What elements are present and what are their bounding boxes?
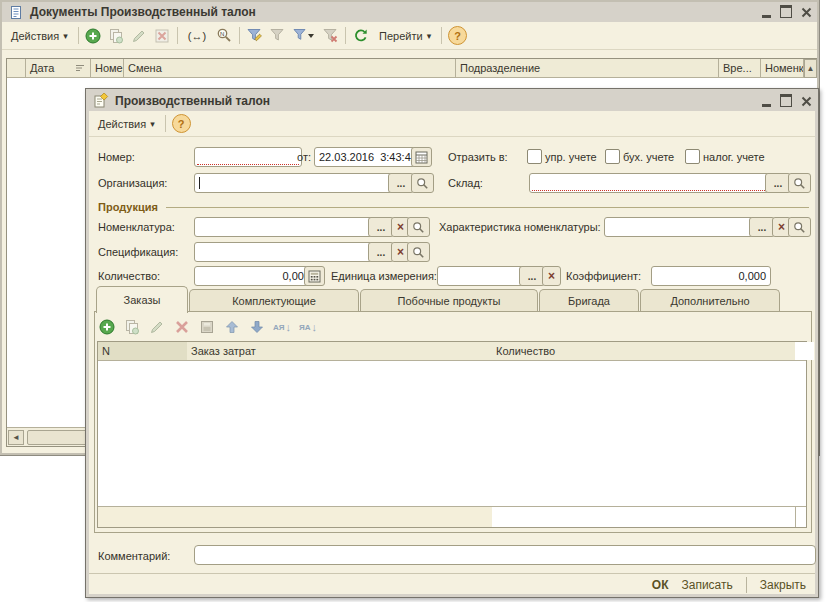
column-header-number[interactable]: Номер <box>91 59 124 78</box>
delete-row-icon[interactable] <box>173 319 190 336</box>
date-prefix-label: от: <box>297 151 311 163</box>
scroll-left-icon[interactable]: ◄ <box>8 430 24 445</box>
grid-footer-cell-order <box>187 507 493 527</box>
svg-text:N: N <box>220 31 224 37</box>
move-end-icon[interactable] <box>198 319 215 336</box>
checkbox-management-accounting[interactable] <box>527 149 542 164</box>
tab-byproducts[interactable]: Побочные продукты <box>360 289 538 312</box>
filter-clear-icon[interactable] <box>322 27 339 44</box>
toolbar-separator <box>78 27 79 44</box>
sort-indicator-icon <box>74 62 86 74</box>
tab-components[interactable]: Комплектующие <box>189 289 359 312</box>
copy-row-icon[interactable] <box>123 319 140 336</box>
sort-ascending-icon[interactable]: АЯ↓ <box>273 322 291 332</box>
date-field[interactable]: 22.03.2016 3:43:42 <box>314 147 422 167</box>
add-icon[interactable] <box>85 27 102 44</box>
grid-footer-cell-n <box>98 507 188 527</box>
column-header-shift[interactable]: Смена <box>124 59 456 78</box>
specification-search-icon[interactable] <box>407 242 430 262</box>
column-header-time[interactable]: Вре... <box>719 59 761 78</box>
grid-column-header-order[interactable]: Заказ затрат <box>187 342 501 360</box>
orders-grid-body[interactable] <box>98 361 806 506</box>
edit-icon[interactable] <box>131 27 148 44</box>
row-marker-header-cell <box>7 59 26 78</box>
write-button[interactable]: Записать <box>682 578 733 592</box>
tab-additional[interactable]: Дополнительно <box>640 289 780 312</box>
nomenclature-label: Номенклатура: <box>98 221 175 233</box>
refresh-icon[interactable] <box>352 27 369 44</box>
comment-field[interactable] <box>194 545 816 565</box>
unit-clear-icon[interactable]: × <box>542 266 561 286</box>
grid-column-header-quantity[interactable]: Количество <box>492 342 804 360</box>
tab-orders[interactable]: Заказы <box>96 286 188 313</box>
dialog-title-bar: Производственный талон <box>87 90 817 111</box>
warehouse-field[interactable] <box>529 173 776 193</box>
maximize-icon[interactable] <box>780 6 792 18</box>
main-toolbar: Действия▾ (↔) N <box>2 22 817 50</box>
set-interval-icon[interactable]: (↔) <box>184 28 210 44</box>
nomenclature-field[interactable] <box>194 217 379 237</box>
column-header-nomenclature[interactable]: Номенк <box>761 59 804 78</box>
organization-field[interactable] <box>194 173 399 193</box>
close-icon[interactable] <box>800 95 812 107</box>
unit-field[interactable] <box>437 266 530 286</box>
copy-icon[interactable] <box>108 27 125 44</box>
actions-menu-button[interactable]: Действия▾ <box>7 28 72 44</box>
add-row-icon[interactable] <box>98 319 115 336</box>
footer-separator <box>89 573 815 574</box>
document-list-icon <box>7 4 24 21</box>
checkbox-label-management: упр. учете <box>545 151 597 163</box>
characteristic-search-icon[interactable] <box>788 217 811 237</box>
main-title-bar: Документы Производственный талон <box>2 2 817 22</box>
close-icon[interactable] <box>800 6 812 18</box>
button-separator <box>746 577 747 593</box>
minimize-icon[interactable] <box>760 95 772 107</box>
actions-menu-button[interactable]: Действия▾ <box>94 116 159 132</box>
number-label: Номер: <box>98 151 135 163</box>
close-button[interactable]: Закрыть <box>760 578 806 592</box>
move-down-icon[interactable] <box>248 319 265 336</box>
orders-grid: N Заказ затрат Количество <box>97 341 807 528</box>
toolbar-separator <box>165 115 166 132</box>
calculator-icon[interactable] <box>304 266 325 286</box>
calendar-icon[interactable] <box>411 147 432 167</box>
organization-search-icon[interactable] <box>411 173 434 193</box>
delete-icon[interactable] <box>154 27 171 44</box>
minimize-icon[interactable] <box>760 6 772 18</box>
products-section-title: Продукция <box>98 201 158 213</box>
grid-column-header-n[interactable]: N <box>98 342 196 360</box>
help-icon[interactable]: ? <box>448 26 467 45</box>
column-header-department[interactable]: Подразделение <box>456 59 719 78</box>
orders-grid-toolbar: АЯ↓ ЯА↓ <box>98 318 317 336</box>
column-header-date[interactable]: Дата <box>26 59 91 78</box>
characteristic-field[interactable] <box>604 217 760 237</box>
coefficient-field[interactable]: 0,000 <box>651 266 771 286</box>
products-section-line <box>166 207 809 208</box>
checkbox-label-tax: налог. учете <box>703 151 765 163</box>
toolbar-separator <box>441 27 442 44</box>
edit-row-icon[interactable] <box>148 319 165 336</box>
checkbox-tax-accounting[interactable] <box>685 149 700 164</box>
main-window-title: Документы Производственный талон <box>30 5 256 19</box>
search-number-icon[interactable]: N <box>216 27 233 44</box>
help-icon[interactable]: ? <box>172 114 191 133</box>
dialog-title: Производственный талон <box>115 94 270 108</box>
ok-button[interactable]: ОК <box>652 578 669 592</box>
specification-field[interactable] <box>194 242 379 262</box>
warehouse-search-icon[interactable] <box>788 173 811 193</box>
filter-icon[interactable] <box>269 27 286 44</box>
go-to-menu-button[interactable]: Перейти▾ <box>375 28 435 44</box>
toolbar-separator <box>177 27 178 44</box>
filter-by-value-icon[interactable] <box>292 27 316 44</box>
filter-settings-icon[interactable] <box>246 27 263 44</box>
maximize-icon[interactable] <box>780 95 792 107</box>
tab-brigade[interactable]: Бригада <box>539 289 639 312</box>
organization-label: Организация: <box>98 177 167 189</box>
move-up-icon[interactable] <box>223 319 240 336</box>
sort-descending-icon[interactable]: ЯА↓ <box>299 322 317 332</box>
scroll-up-icon[interactable]: ▲ <box>804 59 817 78</box>
quantity-field[interactable]: 0,000 <box>194 266 315 286</box>
checkbox-bookkeeping-accounting[interactable] <box>605 149 620 164</box>
nomenclature-search-icon[interactable] <box>407 217 430 237</box>
number-field[interactable] <box>194 147 302 167</box>
